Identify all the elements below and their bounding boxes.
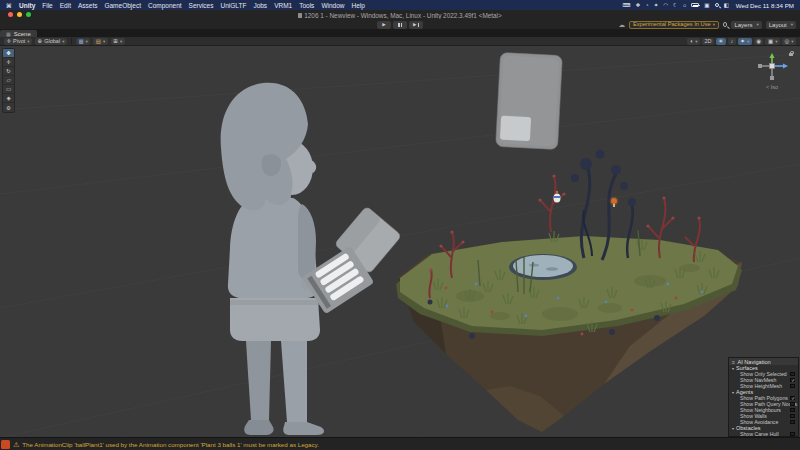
camera-settings-dropdown[interactable]: ▣▾ [765, 38, 779, 45]
menu-gameobject[interactable]: GameObject [104, 2, 141, 9]
shading-mode-dropdown[interactable]: ◐▾ [687, 38, 700, 45]
chevron-down-icon: ▾ [120, 39, 122, 44]
nav-option-checkbox[interactable] [790, 402, 795, 407]
apple-icon[interactable]: ⌘ [6, 2, 12, 9]
play-button[interactable]: ▶ [377, 21, 391, 29]
chevron-down-icon: ▾ [27, 39, 29, 44]
scene-viewport[interactable]: ✥✛↻▱▭◈⚙ < Iso ≡ AI Navigation [0, 46, 800, 437]
window-manager-icon[interactable]: ❖ [635, 2, 640, 8]
menu-component[interactable]: Component [148, 2, 182, 9]
grid-visibility-button[interactable]: ▦▾ [76, 38, 90, 45]
grid-lines [0, 46, 800, 437]
chevron-down-icon: ▾ [756, 22, 758, 27]
menu-tools[interactable]: Tools [299, 2, 314, 9]
spotlight-search-icon[interactable] [715, 3, 719, 7]
view-tool[interactable]: ✥ [3, 49, 14, 58]
status-bar[interactable]: ⚠ The AnimationClip 'ballPlant1' used by… [0, 437, 800, 450]
pause-button[interactable] [393, 21, 407, 29]
lock-icon[interactable] [789, 53, 793, 56]
experimental-packages-dropdown[interactable]: Experimental Packages In Use▾ [629, 21, 719, 29]
gizmos-dropdown[interactable]: ◎▾ [782, 38, 796, 45]
nav-option-checkbox[interactable] [790, 372, 795, 377]
custom-tool[interactable]: ⚙ [3, 103, 14, 112]
shortcuts-icon[interactable]: ◔ [645, 2, 648, 8]
home-icon[interactable]: ⌂ [683, 2, 686, 8]
2d-view-toggle[interactable]: 2D [702, 38, 714, 45]
chevron-down-icon: ▾ [86, 39, 88, 44]
menu-services[interactable]: Services [189, 2, 214, 9]
globe-icon: ⊕ [38, 38, 43, 44]
vpn-icon[interactable]: ✦ [654, 2, 659, 8]
chevron-down-icon: ▾ [695, 39, 697, 44]
scene-lighting-toggle[interactable]: ☀ [716, 38, 726, 45]
chevron-down-icon: ▾ [791, 39, 793, 44]
menu-window[interactable]: Window [321, 2, 344, 9]
scene-visibility-toggle[interactable]: ◉ [754, 38, 764, 45]
menu-help[interactable]: Help [352, 2, 365, 9]
menu-unigltf[interactable]: UniGLTF [221, 2, 247, 9]
projection-label[interactable]: < Iso [750, 84, 794, 90]
nav-option-label: Show HeightMesh [740, 383, 782, 389]
control-center-icon[interactable]: ◧ [724, 2, 729, 8]
unity-editor-window: ⌘ UnityFileEditAssetsGameObjectComponent… [0, 0, 800, 450]
rect-tool[interactable]: ▭ [3, 85, 14, 94]
search-icon[interactable] [723, 22, 728, 27]
menu-unity[interactable]: Unity [19, 2, 35, 9]
scene-view-toolbar: ✛ Pivot▾ ⊕ Global▾ ▦▾▤▾⊞▾ ◐▾2D☀♪✦▾◉▣▾◎▾ [0, 37, 800, 46]
nav-option-checkbox[interactable] [790, 432, 795, 437]
scene-right-icons: ◐▾2D☀♪✦▾◉▣▾◎▾ [687, 38, 796, 45]
tool-handle-position-dropdown[interactable]: ✛ Pivot▾ [4, 38, 32, 45]
snap-increment-button[interactable]: ⊞▾ [111, 38, 125, 45]
keyboard-icon[interactable]: ⌨ [622, 2, 630, 8]
chevron-down-icon: ▾ [62, 39, 64, 44]
menubar-status: ⌨❖◔✦◠☾⌂▣◧ [622, 2, 728, 8]
cloud-services-icon[interactable]: ☁ [618, 21, 625, 29]
screen-mirroring-icon[interactable]: ▣ [704, 2, 709, 8]
menu-edit[interactable]: Edit [60, 2, 71, 9]
drag-handle-icon[interactable]: ≡ [732, 359, 735, 365]
wifi-icon[interactable]: ◠ [663, 2, 668, 8]
focus-moon-icon[interactable]: ☾ [673, 2, 678, 8]
menubar-clock[interactable]: Wed Dec 11 8:34 PM [736, 2, 794, 9]
nav-option-checkbox[interactable]: ✓ [790, 396, 795, 401]
scale-tool[interactable]: ▱ [3, 76, 14, 85]
console-warning-message[interactable]: The AnimationClip 'ballPlant1' used by t… [22, 441, 319, 448]
battery-icon[interactable] [691, 3, 699, 7]
foldout-triangle-icon: ▾ [732, 426, 734, 431]
floating-island [396, 150, 742, 433]
panel-button [500, 116, 531, 142]
nav-option-checkbox[interactable]: ✓ [790, 378, 795, 383]
move-tool[interactable]: ✛ [3, 58, 14, 67]
nav-option-checkbox[interactable] [790, 384, 795, 389]
tab-scene[interactable]: ▦ Scene [0, 30, 37, 37]
console-badge-icon[interactable] [1, 440, 10, 449]
layout-dropdown[interactable]: Layout▾ [766, 21, 796, 29]
orange-mushroom [610, 197, 619, 208]
orientation-gizmo[interactable]: < Iso [750, 52, 794, 90]
step-button[interactable]: ▶ [409, 21, 423, 29]
menubar-items: UnityFileEditAssetsGameObjectComponentSe… [19, 2, 365, 9]
scene-effects-dropdown[interactable]: ✦▾ [738, 38, 752, 45]
nav-option-checkbox[interactable] [790, 420, 795, 425]
scene-audio-toggle[interactable]: ♪ [728, 38, 736, 45]
chevron-down-icon: ▾ [103, 39, 105, 44]
layers-dropdown[interactable]: Layers▾ [731, 21, 761, 29]
rotate-tool[interactable]: ↻ [3, 67, 14, 76]
nav-option-checkbox[interactable] [790, 408, 795, 413]
scene-view-icon: ▦ [6, 31, 11, 37]
tool-handle-rotation-dropdown[interactable]: ⊕ Global▾ [35, 38, 67, 45]
chevron-down-icon: ▾ [775, 39, 777, 44]
ai-navigation-header[interactable]: ≡ AI Navigation [729, 358, 798, 365]
snap-settings-button[interactable]: ▤▾ [93, 38, 107, 45]
axis-gizmo-icon [754, 52, 790, 80]
transform-tool[interactable]: ◈ [3, 94, 14, 103]
nav-option-checkbox[interactable] [790, 414, 795, 419]
menu-jobs[interactable]: Jobs [253, 2, 267, 9]
unity-toolbar: ▶ ▶ ☁ Experimental Packages In Use▾ Laye… [0, 19, 800, 30]
menu-assets[interactable]: Assets [78, 2, 98, 9]
tool-strip: ✥✛↻▱▭◈⚙ [2, 48, 15, 113]
pond [509, 254, 577, 280]
menu-file[interactable]: File [42, 2, 52, 9]
window-title: 1206 1 - Newview - Windows, Mac, Linux -… [0, 12, 800, 19]
menu-vrm1[interactable]: VRM1 [274, 2, 292, 9]
